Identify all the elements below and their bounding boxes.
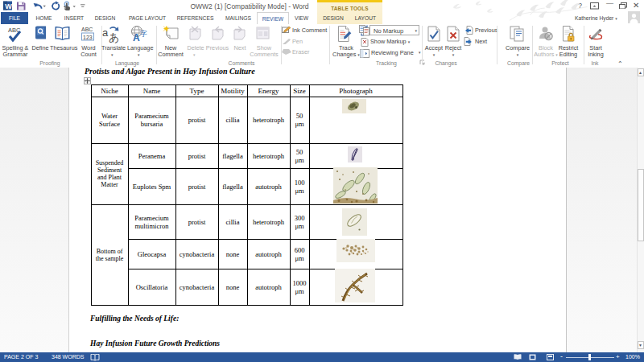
svg-text:W: W <box>5 2 12 10</box>
svg-text:ABC: ABC <box>81 27 93 32</box>
svg-text:あ: あ <box>109 31 119 43</box>
svg-text:a: a <box>102 27 109 39</box>
svg-text:A: A <box>133 32 140 43</box>
svg-text:123: 123 <box>83 35 93 40</box>
svg-text:字: 字 <box>140 30 147 38</box>
